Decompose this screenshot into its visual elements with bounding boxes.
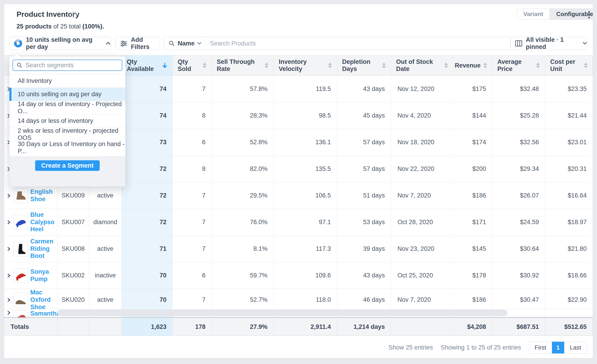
add-filters-button[interactable]: Add Filters — [116, 37, 160, 50]
pagination-first-button[interactable]: First — [529, 342, 552, 353]
cell-depletion_days: 46 days — [337, 289, 391, 311]
column-header-average_price[interactable]: Average Price — [492, 55, 545, 76]
totals-qty_sold: 178 — [173, 318, 212, 335]
cell-qty_sold: 8 — [173, 103, 212, 129]
column-header-out_of_stock[interactable]: Out of Stock Date — [391, 55, 453, 76]
column-label: Qty Available — [127, 58, 159, 72]
product-link[interactable]: Sonya Pump — [30, 268, 56, 283]
product-link[interactable]: Mac Oxford Shoe — [30, 289, 56, 311]
cell-cost_per_unit — [545, 309, 593, 318]
row-expander-icon[interactable] — [6, 220, 11, 225]
horizontal-scrollbar-thumb[interactable] — [57, 309, 507, 316]
pagination-last-button[interactable]: Last — [564, 342, 587, 353]
product-inventory-screen: Product Inventory i 25 products of 25 to… — [0, 0, 597, 364]
product-link[interactable]: Carmen Riding Boot — [30, 238, 56, 260]
cell-out_of_stock: Nov 23, 2020 — [391, 236, 453, 262]
column-header-qty_sold[interactable]: Qty Sold — [173, 55, 212, 76]
cell-average_price: $29.34 — [492, 156, 545, 182]
column-header-qty_available[interactable]: Qty Available — [122, 55, 173, 76]
cell-product: Mac Oxford Shoe — [4, 289, 57, 311]
cell-average_price: $25.28 — [492, 103, 545, 129]
view-mode-toggle: Variant Configurable — [517, 8, 597, 20]
table-footer: Show 25 entries Showing 1 to 25 of 25 en… — [4, 338, 593, 357]
row-expander-icon[interactable] — [6, 273, 11, 278]
row-expander-icon[interactable] — [6, 297, 11, 303]
product-link[interactable]: Samantha — [30, 310, 56, 317]
pie-chart-icon — [14, 39, 22, 47]
sort-icon — [203, 63, 206, 68]
cell-out_of_stock: Nov 12, 2020 — [391, 76, 453, 102]
segment-option[interactable]: 30 Days or Less of Inventory on hand - P… — [9, 141, 125, 154]
segment-option[interactable]: 10 units selling on avg per day — [9, 87, 125, 101]
cell-qty_available: 72 — [122, 156, 173, 182]
columns-icon — [515, 40, 523, 47]
totals-out_of_stock — [391, 318, 453, 335]
product-search-input[interactable] — [210, 40, 510, 47]
cell-cost_per_unit: $18.97 — [545, 209, 593, 235]
product-link[interactable]: Blue Calypso Heel — [30, 211, 56, 233]
segment-option[interactable]: 14 day or less of inventory - Projected … — [9, 101, 125, 114]
row-expander-icon[interactable] — [6, 246, 11, 252]
cell-sell_through: 57.8% — [212, 76, 274, 102]
product-image — [13, 215, 28, 230]
search-field-selector[interactable]: Name — [178, 40, 202, 47]
product-link[interactable]: English Shoe — [30, 188, 56, 203]
totals-label: Totals — [4, 318, 57, 335]
segment-option[interactable]: 2 wks or less of inventory - projected O… — [9, 127, 125, 141]
cell-average_price: $30.64 — [492, 236, 545, 262]
cell-cost_per_unit: $23.01 — [545, 129, 593, 156]
segment-search-input[interactable] — [25, 62, 122, 69]
divider — [206, 40, 206, 47]
cell-qty_available: 72 — [122, 182, 173, 209]
cell-cost_per_unit: $18.66 — [545, 262, 593, 289]
cell-qty_sold: 7 — [173, 76, 212, 102]
create-segment-button[interactable]: Create a Segment — [35, 160, 99, 171]
column-label: Cost per Unit — [550, 58, 581, 72]
cell-sell_through: 82.0% — [212, 156, 274, 182]
cell-depletion_days: 45 days — [337, 103, 391, 129]
cell-sell_through: 59.7% — [212, 262, 274, 289]
cell-product: Carmen Riding Boot — [4, 236, 57, 262]
column-header-depletion_days[interactable]: Depletion Days — [337, 55, 391, 76]
product-image — [13, 188, 28, 203]
cell-sell_through: 52.7% — [212, 289, 274, 311]
columns-visibility-button[interactable]: All visible · 1 pinned — [511, 37, 587, 50]
totals-empty-cell — [57, 318, 89, 335]
cell-cost_per_unit: $20.31 — [545, 156, 593, 182]
column-header-sell_through[interactable]: Sell Through Rate — [212, 55, 274, 76]
cell-out_of_stock: Nov 7, 2020 — [391, 289, 453, 311]
cell-average_price: $24.59 — [492, 209, 545, 235]
cell-status: active — [89, 289, 122, 311]
segment-option[interactable]: All Inventory — [9, 74, 125, 87]
row-expander-icon[interactable] — [6, 310, 11, 316]
info-icon[interactable]: i — [71, 12, 77, 18]
add-filters-label: Add Filters — [131, 36, 160, 50]
segment-list: All Inventory10 units selling on avg per… — [9, 74, 125, 154]
column-label: Out of Stock Date — [396, 58, 441, 72]
column-header-revenue[interactable]: Revenue — [453, 55, 492, 76]
chevron-down-icon — [197, 42, 202, 45]
pagination-current-page[interactable]: 1 — [552, 342, 564, 353]
cell-inventory_velocity: 119.5 — [274, 76, 337, 102]
sort-icon — [328, 63, 332, 68]
column-header-cost_per_unit[interactable]: Cost per Unit — [545, 55, 593, 76]
cell-inventory_velocity: 98.5 — [274, 103, 337, 129]
cell-qty_sold: 6 — [173, 129, 212, 156]
cell-out_of_stock: Nov 4, 2020 — [391, 103, 453, 129]
column-label: Depletion Days — [342, 58, 379, 72]
sort-icon — [536, 63, 540, 68]
sort-icon — [382, 63, 386, 68]
cell-qty_sold: 6 — [173, 262, 212, 289]
cell-revenue: $174 — [453, 129, 492, 156]
cell-depletion_days: 51 days — [337, 182, 391, 209]
column-header-inventory_velocity[interactable]: Inventory Velocity — [274, 55, 337, 76]
more-options-button[interactable] — [586, 11, 592, 19]
segment-selector-button[interactable]: 10 units selling on avg per day — [10, 37, 111, 50]
column-label: Sell Through Rate — [217, 58, 262, 72]
segment-option[interactable]: 14 days or less of inventory — [9, 114, 125, 127]
cell-depletion_days: 57 days — [337, 129, 391, 156]
show-entries-select[interactable]: Show 25 entries — [388, 344, 433, 351]
cell-inventory_velocity: 118.0 — [274, 289, 337, 311]
variant-button[interactable]: Variant — [517, 9, 550, 20]
row-expander-icon[interactable] — [6, 193, 11, 198]
